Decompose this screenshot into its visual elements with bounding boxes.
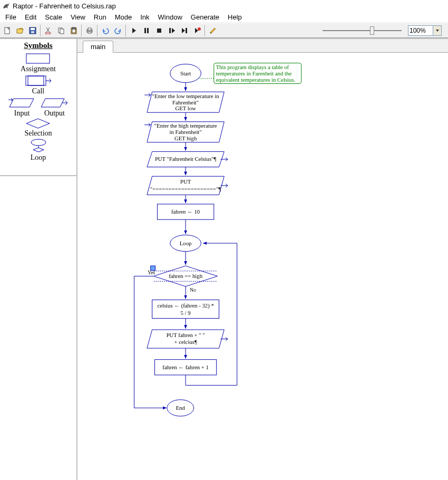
flow-end[interactable]: End <box>167 400 194 416</box>
flow-text: Fahrenheit" <box>172 99 199 105</box>
symbol-call[interactable]: Call <box>23 74 54 95</box>
workspace: Symbols Assignment Call Input Output <box>0 38 448 480</box>
menu-generate[interactable]: Generate <box>187 12 223 22</box>
menu-help[interactable]: Help <box>223 12 246 22</box>
svg-point-19 <box>198 27 201 31</box>
pause-button[interactable] <box>140 25 153 36</box>
flow-text: celsius ← (fahren - 32) * <box>157 302 213 309</box>
menu-ink[interactable]: Ink <box>136 12 153 22</box>
comment-line: This program displays a table of <box>216 64 289 70</box>
new-button[interactable] <box>1 25 14 36</box>
pencil-button[interactable] <box>207 25 219 36</box>
menu-view[interactable]: View <box>66 12 90 22</box>
symbol-assignment-label: Assignment <box>21 65 56 73</box>
symbol-input-label: Input <box>14 109 30 118</box>
zoom-combo[interactable] <box>408 25 442 36</box>
menu-bar: File Edit Scale View Run Mode Ink Window… <box>0 12 448 23</box>
symbol-output-label: Output <box>44 109 65 118</box>
flow-output-row[interactable]: PUT fahren + " " + celcius¶ <box>147 330 228 348</box>
flow-text: PUT <box>180 178 191 185</box>
flow-input-low[interactable]: "Enter the low temperature in Fahrenheit… <box>144 92 224 112</box>
symbol-selection-label: Selection <box>24 129 52 138</box>
flow-text: "===================="¶ <box>150 186 221 192</box>
symbols-title: Symbols <box>24 41 52 50</box>
svg-rect-13 <box>88 32 91 33</box>
symbol-call-label: Call <box>32 87 44 95</box>
flow-comment[interactable]: This program displays a table of tempera… <box>199 63 301 84</box>
play-button[interactable] <box>128 25 140 36</box>
symbol-output[interactable]: Output <box>41 97 69 118</box>
undo-button[interactable] <box>99 25 112 36</box>
symbol-assignment[interactable]: Assignment <box>21 52 56 73</box>
svg-rect-18 <box>186 28 187 33</box>
app-icon <box>2 2 11 10</box>
svg-rect-10 <box>72 27 75 29</box>
toolbar-sep <box>97 25 98 36</box>
flow-text: in Fahrenheit" <box>169 129 201 135</box>
main-area: main This program displays a table of te… <box>77 39 448 480</box>
speed-slider[interactable] <box>323 25 402 36</box>
print-button[interactable] <box>83 25 96 36</box>
side-panel: Symbols Assignment Call Input Output <box>0 39 77 480</box>
end-label: End <box>176 405 186 411</box>
svg-point-23 <box>31 139 46 146</box>
start-label: Start <box>180 70 191 76</box>
toolbar-sep <box>81 25 82 36</box>
flow-text: Loop <box>180 240 192 246</box>
toolbar-sep <box>125 25 126 36</box>
flow-text: "Enter the low temperature in <box>152 93 220 99</box>
step-over-button[interactable] <box>178 25 191 36</box>
slider-thumb[interactable] <box>370 26 374 35</box>
decision-yes-label: Yes <box>148 270 155 275</box>
svg-rect-16 <box>157 28 161 33</box>
window-title: Raptor - Fahrenheit to Celsius.rap <box>13 2 116 10</box>
flow-text: fahren ← fahren + 1 <box>162 364 209 370</box>
flow-assign-increment[interactable]: fahren ← fahren + 1 <box>155 360 217 375</box>
tab-strip: main <box>77 39 448 53</box>
flow-text: GET high <box>174 135 197 141</box>
flow-decision[interactable]: fahren == high <box>151 266 218 286</box>
step-into-button[interactable] <box>165 25 178 36</box>
comment-line: equivalent temperatures in Celsius. <box>216 76 296 83</box>
stop-button[interactable] <box>153 25 165 36</box>
flowchart-canvas[interactable]: This program displays a table of tempera… <box>77 53 448 480</box>
svg-rect-21 <box>26 76 46 85</box>
svg-rect-15 <box>147 28 149 33</box>
flow-text: PUT "Fahrenheit Celsius"¶ <box>155 156 217 162</box>
flow-output-separator[interactable]: PUT "===================="¶ <box>147 176 228 195</box>
cut-button[interactable] <box>42 25 55 36</box>
menu-run[interactable]: Run <box>90 12 111 22</box>
flow-assign-init[interactable]: fahren ← 10 <box>157 204 213 219</box>
symbol-input[interactable]: Input <box>8 97 36 118</box>
breakpoint-button[interactable] <box>191 25 203 36</box>
window-title-bar: Raptor - Fahrenheit to Celsius.rap <box>0 0 448 12</box>
decision-no-label: No <box>190 287 196 293</box>
symbols-pane: Symbols Assignment Call Input Output <box>0 39 76 176</box>
flow-output-header[interactable]: PUT "Fahrenheit Celsius"¶ <box>147 151 228 167</box>
open-button[interactable] <box>14 25 26 36</box>
menu-file[interactable]: File <box>1 12 21 22</box>
save-button[interactable] <box>26 25 39 36</box>
svg-rect-9 <box>72 29 75 33</box>
copy-button[interactable] <box>55 25 67 36</box>
flow-text: fahren == high <box>169 273 203 279</box>
paste-button[interactable] <box>67 25 80 36</box>
svg-rect-20 <box>26 54 50 63</box>
flow-loop[interactable]: Loop <box>170 235 201 251</box>
flow-start[interactable]: Start <box>170 64 201 82</box>
flow-input-high[interactable]: "Enter the high temperature in Fahrenhei… <box>144 122 224 142</box>
svg-rect-17 <box>169 28 171 33</box>
redo-button[interactable] <box>112 25 124 36</box>
zoom-dropdown-icon[interactable] <box>433 26 441 35</box>
tab-main[interactable]: main <box>83 41 113 53</box>
zoom-input[interactable] <box>408 27 433 34</box>
toolbar-sep <box>40 25 41 36</box>
symbol-selection[interactable]: Selection <box>24 118 52 138</box>
menu-scale[interactable]: Scale <box>41 12 66 22</box>
menu-edit[interactable]: Edit <box>21 12 41 22</box>
flow-assign-celsius[interactable]: celsius ← (fahren - 32) * 5 / 9 <box>152 300 219 318</box>
symbol-loop[interactable]: Loop <box>28 139 49 162</box>
flow-text: GET low <box>175 105 196 111</box>
menu-mode[interactable]: Mode <box>111 12 137 22</box>
menu-window[interactable]: Window <box>154 12 187 22</box>
